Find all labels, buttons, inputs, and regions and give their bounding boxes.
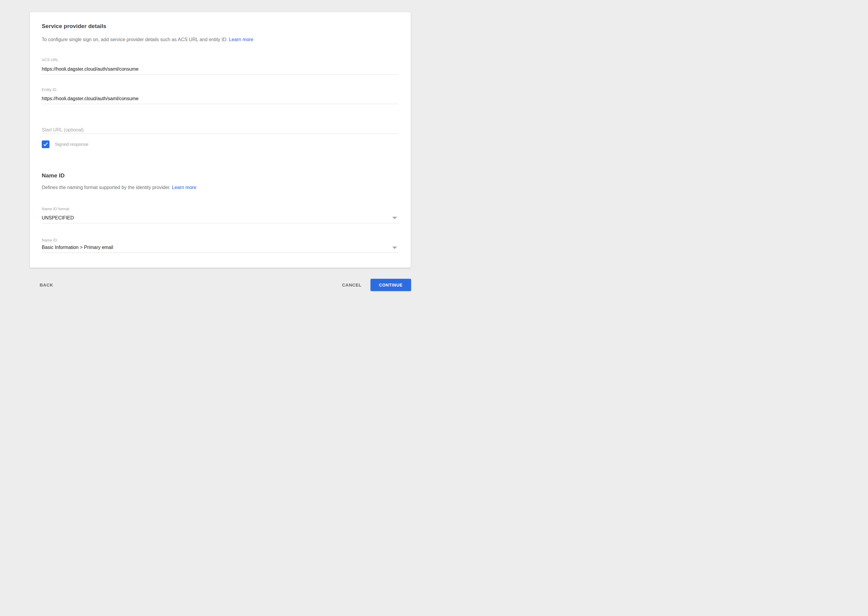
name-id-description-text: Defines the naming format supported by t…: [42, 185, 171, 190]
start-url-underline: [42, 134, 399, 134]
signed-response-label: Signed response: [55, 141, 88, 147]
wizard-footer: BACK CANCEL CONTINUE: [30, 279, 411, 291]
acs-url-underline: [42, 74, 399, 75]
page: Service provider details To configure si…: [0, 0, 434, 308]
dropdown-arrow-icon[interactable]: [392, 217, 397, 219]
back-button[interactable]: BACK: [40, 282, 53, 288]
cancel-button[interactable]: CANCEL: [342, 282, 362, 288]
checkmark-icon: [43, 142, 48, 146]
learn-more-link-name-id[interactable]: Learn more: [172, 185, 196, 190]
name-id-description: Defines the naming format supported by t…: [42, 184, 196, 191]
start-url-input[interactable]: Start URL (optional): [42, 127, 84, 133]
name-id-value: Basic Information > Primary email: [42, 244, 113, 251]
entity-id-input[interactable]: https://hooli.dagster.cloud/auth/saml/co…: [42, 96, 139, 102]
signed-response-checkbox[interactable]: [42, 140, 49, 148]
learn-more-link-service-provider[interactable]: Learn more: [229, 37, 253, 42]
service-provider-description: To configure single sign on, add service…: [42, 36, 253, 43]
name-id-format-value: UNSPECIFIED: [42, 215, 74, 221]
acs-url-label: ACS URL: [42, 58, 58, 62]
name-id-underline: [42, 253, 399, 253]
service-provider-description-text: To configure single sign on, add service…: [42, 37, 228, 42]
dropdown-arrow-icon[interactable]: [392, 247, 397, 249]
acs-url-input[interactable]: https://hooli.dagster.cloud/auth/saml/co…: [42, 66, 139, 72]
service-provider-details-card: Service provider details To configure si…: [30, 12, 411, 268]
name-id-format-label: Name ID format: [42, 207, 69, 211]
name-id-label: Name ID: [42, 238, 57, 242]
name-id-section-title: Name ID: [42, 172, 65, 179]
service-provider-details-title: Service provider details: [42, 23, 107, 30]
continue-button[interactable]: CONTINUE: [370, 279, 411, 291]
name-id-format-underline: [42, 223, 399, 223]
entity-id-label: Entity ID: [42, 88, 57, 92]
